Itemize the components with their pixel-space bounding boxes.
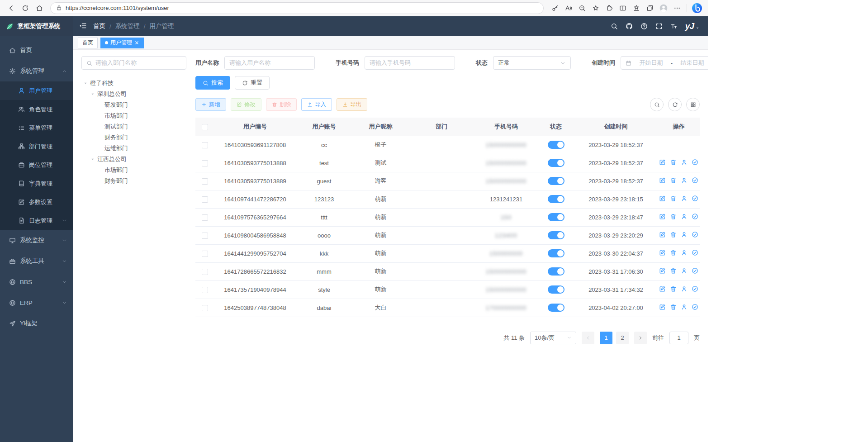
tree-node[interactable]: 运维部门: [81, 143, 186, 154]
op-delete-button[interactable]: [670, 267, 677, 274]
status-toggle[interactable]: [548, 195, 564, 203]
sidebar-item-user-management[interactable]: 用户管理: [0, 81, 73, 100]
modify-button[interactable]: 修改: [231, 98, 261, 111]
sidebar-item-bbs[interactable]: BBS: [0, 271, 73, 292]
sidebar-item-erp[interactable]: ERP: [0, 292, 73, 313]
sidebar-item-dept-management[interactable]: 部门管理: [0, 137, 73, 156]
op-reset-password-button[interactable]: [681, 195, 688, 202]
sidebar-item-post-management[interactable]: 岗位管理: [0, 156, 73, 174]
sidebar-item-system-monitor[interactable]: 系统监控: [0, 230, 73, 251]
import-button[interactable]: 导入: [301, 98, 332, 111]
op-edit-button[interactable]: [659, 267, 666, 274]
breadcrumb-item[interactable]: 用户管理: [150, 22, 174, 30]
sidebar-item-home[interactable]: 首页: [0, 40, 73, 61]
op-assign-role-button[interactable]: [692, 159, 698, 166]
op-assign-role-button[interactable]: [692, 249, 698, 256]
reset-button[interactable]: 重置: [235, 76, 270, 90]
browser-back-button[interactable]: [5, 2, 18, 14]
op-delete-button[interactable]: [670, 195, 677, 202]
op-assign-role-button[interactable]: [692, 213, 698, 220]
tree-node[interactable]: 测试部门: [81, 121, 186, 132]
tree-node[interactable]: 深圳总公司: [81, 89, 186, 100]
op-delete-button[interactable]: [670, 177, 677, 184]
bing-copilot-button[interactable]: [690, 2, 703, 14]
op-reset-password-button[interactable]: [681, 231, 688, 238]
op-assign-role-button[interactable]: [692, 231, 698, 238]
op-delete-button[interactable]: [670, 304, 677, 310]
phone-input[interactable]: 请输入手机号码: [365, 56, 455, 70]
sidebar-item-role-management[interactable]: 角色管理: [0, 100, 73, 119]
op-edit-button[interactable]: [659, 285, 666, 292]
toggle-search-button[interactable]: [650, 98, 664, 111]
collections-button[interactable]: [643, 2, 656, 14]
user-avatar[interactable]: yJ: [685, 21, 700, 31]
tab-close-icon[interactable]: [134, 40, 139, 45]
sidebar-fold-button[interactable]: [79, 22, 87, 31]
sidebar-item-dict-management[interactable]: 字典管理: [0, 174, 73, 193]
browser-home-button[interactable]: [33, 2, 46, 14]
breadcrumb-item[interactable]: 系统管理: [115, 22, 140, 30]
op-edit-button[interactable]: [659, 249, 666, 256]
browser-menu-button[interactable]: [670, 2, 683, 14]
sidebar-item-menu-management[interactable]: 菜单管理: [0, 119, 73, 137]
row-checkbox[interactable]: [202, 233, 208, 239]
delete-button[interactable]: 删除: [266, 98, 297, 111]
op-assign-role-button[interactable]: [692, 267, 698, 274]
status-toggle[interactable]: [548, 285, 564, 294]
sidebar-item-system-management[interactable]: 系统管理: [0, 61, 73, 81]
tree-node[interactable]: 市场部门: [81, 165, 186, 176]
refresh-table-button[interactable]: [668, 98, 682, 111]
export-button[interactable]: 导出: [337, 98, 367, 111]
status-toggle[interactable]: [548, 231, 564, 239]
status-toggle[interactable]: [548, 304, 564, 312]
github-button[interactable]: [626, 23, 633, 30]
op-reset-password-button[interactable]: [681, 267, 688, 274]
password-key-button[interactable]: [548, 2, 561, 14]
op-edit-button[interactable]: [659, 177, 666, 184]
sidebar-item-log-management[interactable]: 日志管理: [0, 211, 73, 230]
row-checkbox[interactable]: [202, 178, 208, 185]
row-checkbox[interactable]: [202, 142, 208, 148]
status-toggle[interactable]: [548, 213, 564, 221]
status-toggle[interactable]: [548, 249, 564, 257]
op-reset-password-button[interactable]: [681, 213, 688, 220]
zoom-button[interactable]: [575, 2, 588, 14]
op-assign-role-button[interactable]: [692, 304, 698, 310]
row-checkbox[interactable]: [202, 214, 208, 221]
tree-node[interactable]: 研发部门: [81, 100, 186, 110]
status-toggle[interactable]: [548, 159, 564, 167]
favorites-add-button[interactable]: [589, 2, 602, 14]
tree-node[interactable]: 江西总公司: [81, 154, 186, 165]
add-button[interactable]: 新增: [195, 98, 226, 111]
date-range-picker[interactable]: 开始日期 - 结束日期: [621, 56, 708, 70]
op-assign-role-button[interactable]: [692, 195, 698, 202]
page-button-2[interactable]: 2: [616, 332, 629, 344]
status-toggle[interactable]: [548, 177, 564, 185]
status-toggle[interactable]: [548, 267, 564, 276]
dept-search-input[interactable]: 请输入部门名称: [81, 56, 186, 70]
split-screen-button[interactable]: [616, 2, 629, 14]
header-search-button[interactable]: [611, 23, 618, 30]
tree-node[interactable]: 橙子科技: [81, 78, 186, 89]
op-delete-button[interactable]: [670, 159, 677, 166]
op-delete-button[interactable]: [670, 231, 677, 238]
tree-node[interactable]: 财务部门: [81, 132, 186, 143]
op-assign-role-button[interactable]: [692, 177, 698, 184]
next-page-button[interactable]: [634, 332, 647, 344]
help-button[interactable]: [640, 23, 648, 30]
op-reset-password-button[interactable]: [681, 177, 688, 184]
prev-page-button[interactable]: [582, 332, 594, 344]
row-checkbox[interactable]: [202, 251, 208, 257]
row-checkbox[interactable]: [202, 269, 208, 275]
op-edit-button[interactable]: [659, 213, 666, 220]
op-edit-button[interactable]: [659, 231, 666, 238]
tree-node[interactable]: 市场部门: [81, 110, 186, 121]
font-size-button[interactable]: [670, 23, 678, 30]
tree-node[interactable]: 财务部门: [81, 176, 186, 186]
breadcrumb-item[interactable]: 首页: [93, 22, 105, 30]
op-reset-password-button[interactable]: [681, 285, 688, 292]
status-toggle[interactable]: [548, 141, 564, 149]
address-bar[interactable]: https://ccnetcore.com:1101/system/user: [50, 2, 544, 14]
op-edit-button[interactable]: [659, 304, 666, 310]
op-assign-role-button[interactable]: [692, 285, 698, 292]
